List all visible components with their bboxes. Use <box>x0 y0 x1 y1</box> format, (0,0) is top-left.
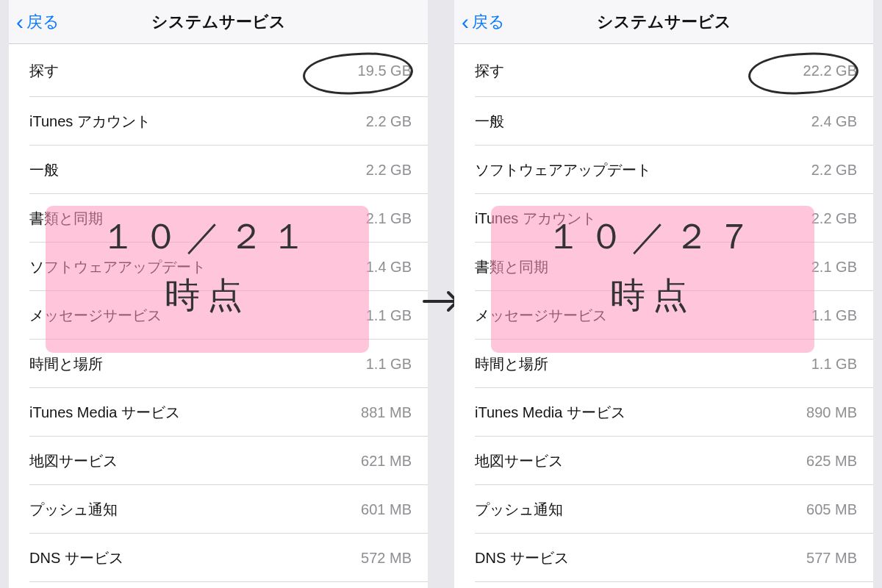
item-value: 1.1 GB <box>811 356 857 373</box>
item-value: 2.2 GB <box>366 113 412 130</box>
item-value: 2.4 GB <box>811 113 857 130</box>
item-label: 地図サービス <box>29 451 118 471</box>
item-value: 2.1 GB <box>366 210 412 227</box>
item-value: 2.2 GB <box>366 162 412 179</box>
item-label: DNS サービス <box>29 548 123 568</box>
item-value: 1.1 GB <box>366 307 412 324</box>
item-label: iTunes アカウント <box>29 112 151 132</box>
screenshot-left: ‹ 戻る システムサービス 探す 19.5 GB iTunes アカウント 2.… <box>9 0 428 588</box>
item-label: 書類と同期 <box>475 257 548 277</box>
page-title: システムサービス <box>454 11 873 33</box>
item-label: ソフトウェアアップデート <box>475 160 651 180</box>
item-label: プッシュ通知 <box>475 500 563 520</box>
item-value: 2.2 GB <box>811 162 857 179</box>
back-label: 戻る <box>26 11 60 33</box>
list-item[interactable]: プッシュ通知 601 MB <box>9 485 428 534</box>
item-label: iTunes Media サービス <box>29 403 180 423</box>
list-item[interactable]: ソフトウェアアップデート 1.4 GB <box>9 243 428 291</box>
item-label: DNS サービス <box>475 548 569 568</box>
list-item[interactable]: 書類と同期 2.1 GB <box>454 243 873 291</box>
item-value: 19.5 GB <box>358 62 412 79</box>
item-label: 一般 <box>29 160 59 180</box>
list-item[interactable]: ソフトウェアアップデート 2.2 GB <box>454 146 873 194</box>
service-list: 探す 22.2 GB 一般 2.4 GB ソフトウェアアップデート 2.2 GB… <box>454 44 873 582</box>
item-value: 2.2 GB <box>811 210 857 227</box>
list-item[interactable]: 一般 2.4 GB <box>454 97 873 146</box>
item-value: 621 MB <box>361 453 412 470</box>
list-item[interactable]: 探す 22.2 GB <box>454 44 873 97</box>
item-value: 1.4 GB <box>366 259 412 276</box>
item-value: 572 MB <box>361 550 412 567</box>
item-label: iTunes Media サービス <box>475 403 625 423</box>
list-item[interactable]: 時間と場所 1.1 GB <box>9 340 428 388</box>
page-title: システムサービス <box>9 11 428 33</box>
item-value: 601 MB <box>361 501 412 518</box>
item-value: 890 MB <box>806 404 857 421</box>
nav-bar: ‹ 戻る システムサービス <box>454 0 873 44</box>
chevron-left-icon: ‹ <box>462 11 469 33</box>
item-label: ソフトウェアアップデート <box>29 257 206 277</box>
list-item[interactable]: 時間と場所 1.1 GB <box>454 340 873 388</box>
list-item[interactable]: 地図サービス 625 MB <box>454 437 873 485</box>
list-item[interactable]: メッセージサービス 1.1 GB <box>454 291 873 340</box>
screenshot-right: ‹ 戻る システムサービス 探す 22.2 GB 一般 2.4 GB ソフトウェ… <box>454 0 873 588</box>
item-label: プッシュ通知 <box>29 500 118 520</box>
item-value: 2.1 GB <box>811 259 857 276</box>
item-label: 探す <box>29 61 59 81</box>
list-item[interactable]: iTunes Media サービス 890 MB <box>454 388 873 437</box>
item-label: 地図サービス <box>475 451 563 471</box>
item-label: 時間と場所 <box>475 354 548 374</box>
list-item[interactable]: iTunes アカウント 2.2 GB <box>9 97 428 146</box>
item-value: 625 MB <box>806 453 857 470</box>
back-button[interactable]: ‹ 戻る <box>454 11 505 33</box>
list-item[interactable]: 地図サービス 621 MB <box>9 437 428 485</box>
list-item[interactable]: プッシュ通知 605 MB <box>454 485 873 534</box>
list-item[interactable]: 一般 2.2 GB <box>9 146 428 194</box>
item-label: iTunes アカウント <box>475 209 596 229</box>
chevron-left-icon: ‹ <box>16 11 24 33</box>
list-item[interactable]: iTunes アカウント 2.2 GB <box>454 194 873 243</box>
item-value: 577 MB <box>806 550 857 567</box>
list-item[interactable]: 探す 19.5 GB <box>9 44 428 97</box>
item-label: 探す <box>475 61 504 81</box>
list-item[interactable]: メッセージサービス 1.1 GB <box>9 291 428 340</box>
list-item[interactable]: DNS サービス 577 MB <box>454 534 873 582</box>
item-label: メッセージサービス <box>475 306 607 326</box>
back-button[interactable]: ‹ 戻る <box>9 11 60 33</box>
item-label: 一般 <box>475 112 504 132</box>
item-value: 605 MB <box>806 501 857 518</box>
item-value: 22.2 GB <box>803 62 857 79</box>
list-item[interactable]: DNS サービス 572 MB <box>9 534 428 582</box>
nav-bar: ‹ 戻る システムサービス <box>9 0 428 44</box>
item-label: 時間と場所 <box>29 354 103 374</box>
list-item[interactable]: iTunes Media サービス 881 MB <box>9 388 428 437</box>
item-value: 1.1 GB <box>366 356 412 373</box>
list-item[interactable]: 書類と同期 2.1 GB <box>9 194 428 243</box>
item-label: メッセージサービス <box>29 306 162 326</box>
item-value: 1.1 GB <box>811 307 857 324</box>
back-label: 戻る <box>472 11 505 33</box>
service-list: 探す 19.5 GB iTunes アカウント 2.2 GB 一般 2.2 GB… <box>9 44 428 582</box>
item-value: 881 MB <box>361 404 412 421</box>
item-label: 書類と同期 <box>29 209 103 229</box>
